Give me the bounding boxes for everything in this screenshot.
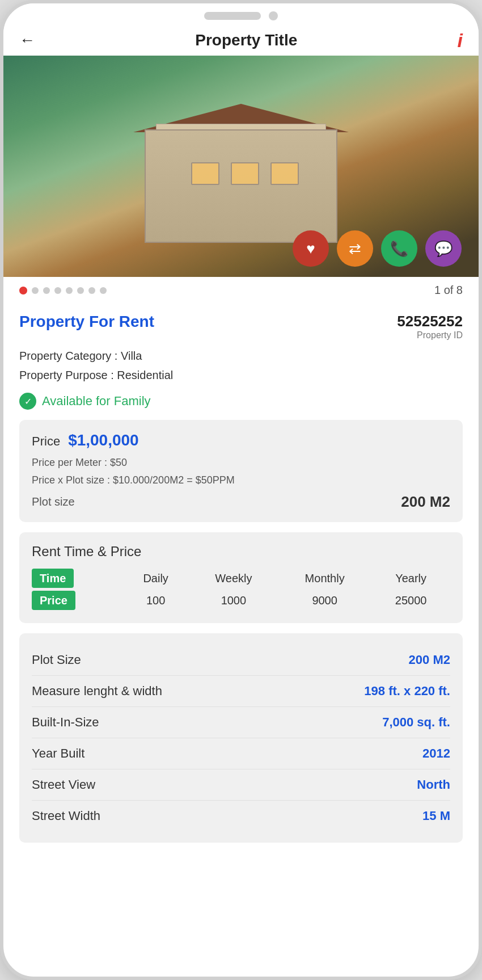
phone-icon: 📞 — [390, 240, 408, 258]
available-badge: ✓ Available for Family — [19, 393, 463, 410]
rent-table: Time Daily Weekly Monthly Yearly Price 1… — [32, 567, 450, 612]
dot-1[interactable] — [19, 287, 27, 295]
detail-value-1: 198 ft. x 220 ft. — [364, 684, 450, 699]
phone-button[interactable]: 📞 — [381, 230, 417, 267]
detail-row-5: Street Width15 M — [32, 801, 450, 831]
price-label: Price — [32, 434, 60, 449]
rent-daily-header: Daily — [122, 567, 189, 590]
plot-size-value: 200 M2 — [401, 493, 450, 511]
price-plot-formula: Price x Plot size : $10.000/200M2 = $50P… — [32, 472, 450, 489]
details-card: Plot Size200 M2Measure lenght & width198… — [19, 633, 463, 843]
detail-label-0: Plot Size — [32, 653, 81, 667]
image-actions: ♥ ⇄ 📞 💬 — [293, 230, 462, 267]
rent-yearly-header: Yearly — [371, 567, 450, 590]
property-meta: Property Category : Villa Property Purpo… — [19, 346, 463, 385]
detail-value-2: 7,000 sq. ft. — [382, 715, 450, 730]
detail-row-1: Measure lenght & width198 ft. x 220 ft. — [32, 676, 450, 707]
chat-icon: 💬 — [434, 240, 453, 258]
detail-row-3: Year Built2012 — [32, 738, 450, 769]
detail-row-0: Plot Size200 M2 — [32, 645, 450, 676]
favorite-button[interactable]: ♥ — [293, 230, 329, 267]
price-card: Price $1,00,000 Price per Meter : $50 Pr… — [19, 420, 463, 522]
price-value: $1,00,000 — [68, 431, 139, 449]
share-icon: ⇄ — [349, 240, 361, 258]
rent-daily-price: 100 — [122, 590, 189, 612]
house-window-1 — [191, 162, 219, 185]
detail-value-0: 200 M2 — [409, 653, 450, 667]
property-id-label: Property ID — [417, 330, 463, 340]
detail-label-4: Street View — [32, 777, 95, 792]
property-category: Property Category : Villa — [19, 346, 463, 365]
property-id-number: 52525252 — [397, 313, 463, 330]
image-count: 1 of 8 — [434, 284, 463, 297]
dot-3[interactable] — [43, 287, 50, 294]
detail-label-3: Year Built — [32, 746, 84, 761]
house-body — [145, 129, 337, 243]
dot-7[interactable] — [88, 287, 95, 294]
rent-price-label-cell: Price — [32, 590, 122, 612]
dot-2[interactable] — [32, 287, 39, 294]
property-info: Property For Rent 52525252 Property ID P… — [3, 304, 479, 843]
check-circle-icon: ✓ — [19, 393, 36, 410]
house-illustration — [122, 84, 360, 243]
heart-icon: ♥ — [306, 240, 315, 258]
page-title: Property Title — [195, 31, 297, 49]
dot-8[interactable] — [100, 287, 107, 294]
property-id-block: 52525252 Property ID — [397, 313, 463, 340]
rent-header-row: Time Daily Weekly Monthly Yearly — [32, 567, 450, 590]
detail-label-5: Street Width — [32, 809, 100, 823]
house-windows — [191, 162, 299, 185]
notch-dot — [269, 11, 278, 20]
rent-weekly-header: Weekly — [189, 567, 278, 590]
image-indicators: 1 of 8 — [3, 277, 479, 304]
house-window-3 — [270, 162, 299, 185]
phone-frame: ← Property Title i ♥ — [0, 0, 482, 980]
rent-monthly-header: Monthly — [278, 567, 371, 590]
dots-container — [19, 287, 107, 295]
back-button[interactable]: ← — [19, 31, 35, 49]
dot-5[interactable] — [66, 287, 73, 294]
rent-monthly-price: 9000 — [278, 590, 371, 612]
price-row: Price $1,00,000 — [32, 431, 450, 449]
notch-pill — [204, 12, 261, 20]
dot-4[interactable] — [54, 287, 61, 294]
detail-row-2: Built-In-Size7,000 sq. ft. — [32, 707, 450, 738]
info-button[interactable]: i — [458, 31, 463, 50]
plot-size-row: Plot size 200 M2 — [32, 493, 450, 511]
phone-notch — [3, 3, 479, 25]
property-image-container: ♥ ⇄ 📞 💬 — [3, 56, 479, 277]
detail-value-3: 2012 — [422, 746, 450, 761]
dot-6[interactable] — [77, 287, 84, 294]
plot-size-label: Plot size — [32, 495, 75, 508]
property-title-row: Property For Rent 52525252 Property ID — [19, 313, 463, 340]
detail-label-2: Built-In-Size — [32, 715, 99, 730]
detail-label-1: Measure lenght & width — [32, 684, 162, 699]
detail-value-4: North — [417, 777, 450, 792]
property-purpose: Property Purpose : Residential — [19, 365, 463, 385]
price-per-meter: Price per Meter : $50 — [32, 454, 450, 472]
property-for-rent-label: Property For Rent — [19, 313, 154, 331]
rent-price-row: Price 100 1000 9000 25000 — [32, 590, 450, 612]
rent-yearly-price: 25000 — [371, 590, 450, 612]
chat-button[interactable]: 💬 — [425, 230, 462, 267]
house-window-2 — [231, 162, 259, 185]
rent-weekly-price: 1000 — [189, 590, 278, 612]
detail-value-5: 15 M — [422, 809, 450, 823]
app-header: ← Property Title i — [3, 25, 479, 56]
detail-row-4: Street ViewNorth — [32, 769, 450, 801]
available-text: Available for Family — [42, 394, 151, 409]
share-button[interactable]: ⇄ — [337, 230, 373, 267]
rent-card: Rent Time & Price Time Daily Weekly Mont… — [19, 532, 463, 623]
rent-title: Rent Time & Price — [32, 544, 450, 560]
rent-time-label-cell: Time — [32, 567, 122, 590]
